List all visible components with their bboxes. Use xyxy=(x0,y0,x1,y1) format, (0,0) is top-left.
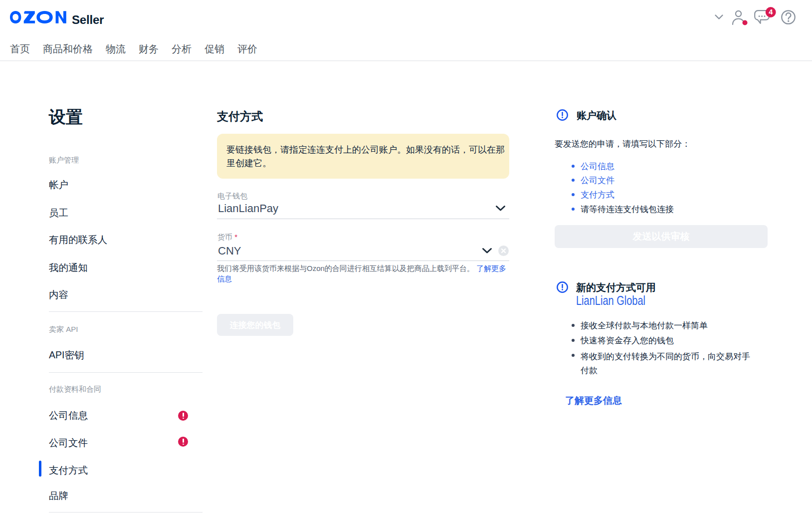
svg-text:4: 4 xyxy=(769,8,773,16)
